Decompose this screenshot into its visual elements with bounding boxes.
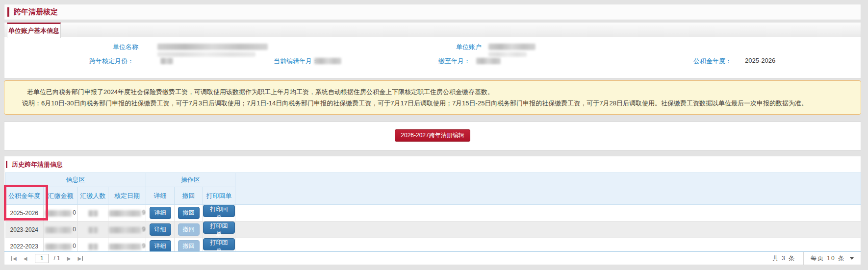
chevron-down-icon — [850, 257, 854, 260]
paid-month-value-redacted — [476, 57, 501, 64]
detail-cell: 详细 — [146, 221, 175, 238]
pagination-bar: ◀ ◀ / 1 ▶ ▶ 共 3 条 每页 10 条 — [4, 251, 861, 265]
total-count-label: 共 3 条 — [772, 254, 795, 263]
detail-button[interactable]: 详细 — [150, 207, 171, 219]
fund-year-label: 公积金年度： — [668, 57, 732, 66]
table-row: 2023-202409详细撤回打印回单 — [5, 221, 861, 238]
print-receipt-button[interactable]: 打印回单 — [203, 221, 235, 234]
col-revoke: 撤回 — [175, 187, 203, 205]
tab-bar: 单位账户基本信息 — [4, 23, 861, 37]
paid-month-label: 缴至年月： — [407, 57, 470, 66]
edit-month-label: 当前编辑年月： — [255, 57, 318, 66]
col-people: 汇缴人数 — [78, 187, 108, 205]
revoke-button: 撤回 — [178, 240, 200, 252]
row-filler — [235, 205, 861, 221]
revoke-button: 撤回 — [178, 223, 200, 236]
col-date: 核定日期 — [108, 187, 146, 205]
page-size-label: 每页 10 条 — [811, 254, 845, 263]
history-panel: 历史跨年清册信息 信息区 操作区 公积金年度 汇缴金额 汇缴人数 核定日期 详细 — [4, 156, 861, 265]
table-group-header-row: 信息区 操作区 — [5, 173, 861, 187]
first-page-button[interactable]: ◀ — [11, 256, 17, 261]
tab-unit-account-info[interactable]: 单位账户基本信息 — [7, 23, 61, 38]
row-filler — [235, 221, 861, 238]
detail-cell: 详细 — [146, 205, 175, 221]
page: 跨年清册核定 单位账户基本信息 单位名称 单位账户 跨年核定月份： 当前编辑年月… — [0, 0, 868, 270]
notice-line-1: 若单位已向税务部门申报了2024年度社会保险费缴费工资，可调取使用该数据作为职工… — [27, 88, 494, 97]
col-fund-year: 公积金年度 — [5, 187, 44, 205]
unit-name-value-redacted — [157, 43, 268, 57]
date-cell-redacted: 9 — [108, 221, 146, 238]
col-amount: 汇缴金额 — [44, 187, 78, 205]
fund-year-cell: 2023-2024 — [5, 221, 44, 238]
fund-year-cell: 2025-2026 — [5, 205, 44, 221]
print-receipt-button[interactable]: 打印回单 — [203, 238, 235, 250]
account-info-panel: 单位账户基本信息 单位名称 单位账户 跨年核定月份： 当前编辑年月： 缴至年月：… — [4, 23, 861, 78]
notice-line-2: 说明：6月10日-30日向税务部门申报的社保缴费工资，可于7月3日后调取使用；7… — [22, 99, 808, 108]
prev-page-button[interactable]: ◀ — [24, 256, 27, 261]
unit-account-value-redacted — [488, 43, 536, 57]
unit-account-label: 单位账户 — [418, 43, 482, 51]
print-receipt-button[interactable]: 打印回单 — [203, 205, 235, 217]
date-cell-redacted: 9 — [108, 205, 146, 221]
revoke-cell: 撤回 — [175, 221, 203, 238]
account-info-form: 单位名称 单位账户 跨年核定月份： 当前编辑年月： 缴至年月： 公积金年度： 2… — [4, 37, 861, 78]
history-section-title: 历史跨年清册信息 — [12, 160, 63, 169]
cross-year-edit-button[interactable]: 2026-2027跨年清册编辑 — [395, 129, 470, 142]
people-cell-redacted — [78, 221, 108, 238]
print-cell: 打印回单 — [203, 205, 235, 221]
people-cell-redacted — [78, 205, 108, 221]
fund-year-value: 2025-2026 — [745, 57, 775, 64]
col-print: 打印回单 — [203, 187, 235, 205]
notice-box: 若单位已向税务部门申报了2024年度社会保险费缴费工资，可调取使用该数据作为职工… — [4, 80, 861, 115]
amount-cell-redacted: 0 — [44, 205, 78, 221]
page-total-label: / 1 — [53, 255, 60, 262]
unit-name-label: 单位名称 — [75, 43, 138, 51]
page-title: 跨年清册核定 — [14, 7, 58, 17]
title-bar: 跨年清册核定 — [4, 4, 861, 20]
last-page-button[interactable]: ▶ — [77, 256, 83, 261]
history-accent-bar — [6, 161, 7, 168]
next-page-button[interactable]: ▶ — [67, 256, 71, 261]
print-cell: 打印回单 — [203, 221, 235, 238]
detail-button[interactable]: 详细 — [150, 240, 171, 252]
amount-cell-redacted: 0 — [44, 221, 78, 238]
group-header-info: 信息区 — [5, 173, 146, 187]
verify-month-value-redacted — [160, 57, 173, 64]
detail-button[interactable]: 详细 — [150, 223, 171, 236]
group-header-ops: 操作区 — [146, 173, 235, 187]
revoke-button[interactable]: 撤回 — [178, 207, 200, 219]
history-section-header: 历史跨年清册信息 — [4, 156, 861, 172]
header-filler — [235, 173, 861, 205]
col-detail: 详细 — [146, 187, 175, 205]
table-row: 2025-202609详细撤回打印回单 — [5, 205, 861, 221]
action-bar: 2026-2027跨年清册编辑 — [4, 122, 861, 150]
history-table: 信息区 操作区 公积金年度 汇缴金额 汇缴人数 核定日期 详细 撤回 打印回单 … — [5, 172, 861, 255]
revoke-cell: 撤回 — [175, 205, 203, 221]
page-size-select[interactable]: 每页 10 条 — [803, 252, 861, 265]
page-input[interactable] — [35, 254, 49, 263]
edit-month-value-redacted — [314, 57, 341, 64]
title-accent-bar — [7, 7, 9, 17]
verify-month-label: 跨年核定月份： — [70, 57, 134, 66]
